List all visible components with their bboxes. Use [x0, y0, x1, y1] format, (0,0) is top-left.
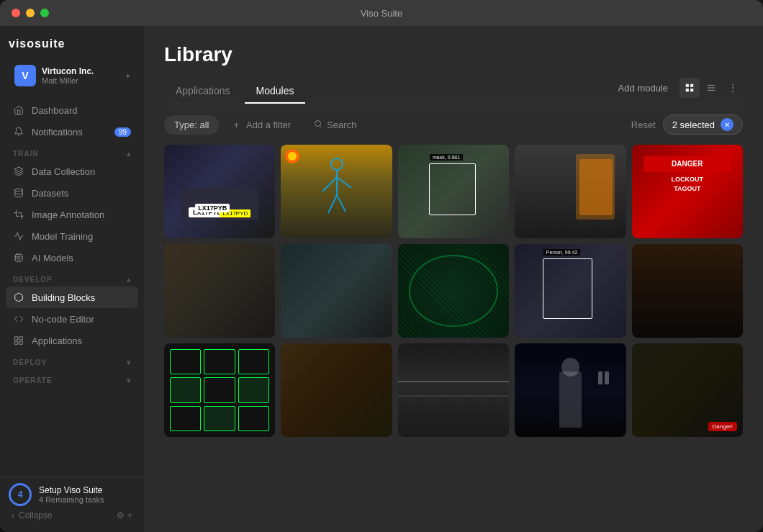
svg-line-28: [337, 177, 351, 188]
sidebar-item-applications[interactable]: Applications: [6, 330, 138, 351]
add-module-button[interactable]: Add module: [613, 80, 674, 96]
sidebar-logo: visosuite: [9, 37, 135, 50]
traffic-lights: [12, 9, 49, 17]
section-deploy: DEPLOY ▾: [6, 351, 138, 369]
grid-item-2[interactable]: [281, 145, 392, 238]
plus-icon: +: [233, 120, 239, 130]
grid-item-9[interactable]: Person, 99.42: [515, 244, 626, 338]
grid-item-11[interactable]: [164, 343, 275, 437]
org-selector[interactable]: V Virtucon Inc. Matt Miller ▾: [9, 60, 135, 91]
sidebar-item-datasets[interactable]: Datasets: [6, 182, 138, 204]
more-options-button[interactable]: ⋮: [723, 78, 743, 98]
grid-item-3[interactable]: mask, 0.981: [398, 145, 509, 238]
setup-subtitle: 4 Remaining tasks: [39, 495, 104, 504]
view-toggle: ⋮: [680, 78, 743, 98]
app-window: Viso Suite visosuite V Virtucon Inc. Mat…: [0, 0, 763, 532]
main-header: Library Applications Modules Add module: [144, 26, 763, 104]
sidebar-item-no-code-editor[interactable]: No-code Editor: [6, 308, 138, 330]
app-body: visosuite V Virtucon Inc. Matt Miller ▾: [0, 26, 763, 532]
sidebar-item-label: Dashboard: [32, 105, 78, 116]
tab-actions: Add module ⋮: [613, 78, 743, 104]
chevron-down-icon[interactable]: ▾: [127, 359, 131, 366]
image-grid-area: LX17PYB LX17PYD: [144, 145, 763, 532]
settings-icon[interactable]: ⚙: [117, 510, 125, 520]
sidebar-item-label: Applications: [32, 335, 82, 346]
setup-progress-circle: 4: [9, 483, 32, 506]
svg-line-29: [328, 195, 337, 213]
grid-view-button[interactable]: [680, 78, 700, 98]
svg-point-23: [315, 120, 321, 126]
list-view-button[interactable]: [701, 78, 721, 98]
type-filter-chip[interactable]: Type: all: [164, 115, 219, 135]
section-operate: OPERATE ▾: [6, 369, 138, 387]
svg-rect-13: [19, 337, 22, 340]
sidebar-item-building-blocks[interactable]: Building Blocks: [6, 287, 138, 308]
search-label: Search: [327, 120, 356, 130]
grid-item-15[interactable]: Danger!: [632, 343, 743, 437]
sidebar-item-image-annotation[interactable]: Image Annotation: [6, 204, 138, 225]
titlebar: Viso Suite: [0, 0, 763, 26]
svg-rect-2: [15, 254, 22, 261]
clear-selection-button[interactable]: ✕: [721, 118, 733, 131]
org-user: Matt Miller: [42, 76, 120, 85]
tab-applications[interactable]: Applications: [164, 79, 242, 104]
sidebar: visosuite V Virtucon Inc. Matt Miller ▾: [0, 26, 144, 532]
grid-item-8[interactable]: [398, 244, 509, 338]
tab-modules[interactable]: Modules: [245, 79, 306, 104]
grid-item-13[interactable]: [398, 343, 509, 437]
svg-marker-0: [14, 167, 23, 171]
svg-rect-16: [686, 84, 689, 87]
grid-item-7[interactable]: [281, 244, 392, 338]
svg-line-30: [337, 195, 346, 212]
filter-row: Type: all + Add a filter Search Reset 2 …: [144, 104, 763, 145]
svg-line-27: [322, 177, 337, 191]
maximize-button[interactable]: [40, 9, 49, 17]
org-avatar: V: [14, 65, 36, 86]
plus-icon[interactable]: +: [127, 510, 132, 520]
grid-item-5[interactable]: DANGER LOCKOUTTAGOUT: [632, 145, 743, 238]
sidebar-item-label: Data Collection: [32, 166, 95, 177]
tab-bar: Applications Modules: [164, 79, 305, 103]
svg-point-25: [331, 158, 343, 170]
search-button[interactable]: Search: [305, 115, 365, 135]
sidebar-item-label: AI Models: [32, 253, 73, 263]
svg-point-1: [15, 189, 23, 191]
add-filter-button[interactable]: + Add a filter: [226, 115, 298, 135]
collapse-button[interactable]: ‹ Collapse ⚙ +: [9, 506, 135, 520]
box-icon: [13, 292, 24, 303]
code-icon: [13, 313, 24, 325]
setup-title: Setup Viso Suite: [39, 485, 104, 495]
sidebar-item-label: Datasets: [32, 188, 68, 199]
grid-item-12[interactable]: [281, 343, 392, 437]
grid-item-6[interactable]: [164, 244, 275, 338]
grid-item-10[interactable]: [632, 244, 743, 338]
activity-icon: [13, 230, 24, 242]
grid-item-14[interactable]: [515, 343, 626, 437]
sidebar-item-notifications[interactable]: Notifications 99: [6, 121, 138, 143]
svg-rect-12: [15, 337, 18, 340]
chevron-up-icon[interactable]: ▴: [127, 150, 131, 158]
main-content: Library Applications Modules Add module: [144, 26, 763, 532]
grid-item-4[interactable]: [515, 145, 626, 238]
sidebar-item-ai-models[interactable]: AI Models: [6, 247, 138, 269]
page-title: Library: [164, 43, 743, 66]
minimize-button[interactable]: [26, 9, 35, 17]
chevron-up-icon[interactable]: ▴: [127, 276, 131, 284]
sidebar-item-model-training[interactable]: Model Training: [6, 225, 138, 247]
grid-item-1[interactable]: LX17PYB LX17PYD: [164, 145, 275, 238]
sidebar-item-dashboard[interactable]: Dashboard: [6, 99, 138, 121]
reset-button[interactable]: Reset: [631, 120, 656, 130]
setup-row[interactable]: 4 Setup Viso Suite 4 Remaining tasks: [9, 483, 135, 506]
sidebar-item-data-collection[interactable]: Data Collection: [6, 161, 138, 182]
collapse-label: Collapse: [19, 510, 53, 520]
image-grid: LX17PYB LX17PYD: [164, 145, 743, 437]
svg-rect-14: [19, 341, 22, 344]
close-button[interactable]: [12, 9, 20, 17]
crop-icon: [13, 209, 24, 220]
database-icon: [13, 187, 24, 199]
sidebar-item-label: Model Training: [32, 231, 93, 242]
svg-rect-17: [690, 84, 693, 87]
sidebar-item-label: Building Blocks: [32, 292, 95, 303]
chevron-down-icon[interactable]: ▾: [127, 377, 131, 384]
section-train: TRAIN ▴: [6, 143, 138, 161]
